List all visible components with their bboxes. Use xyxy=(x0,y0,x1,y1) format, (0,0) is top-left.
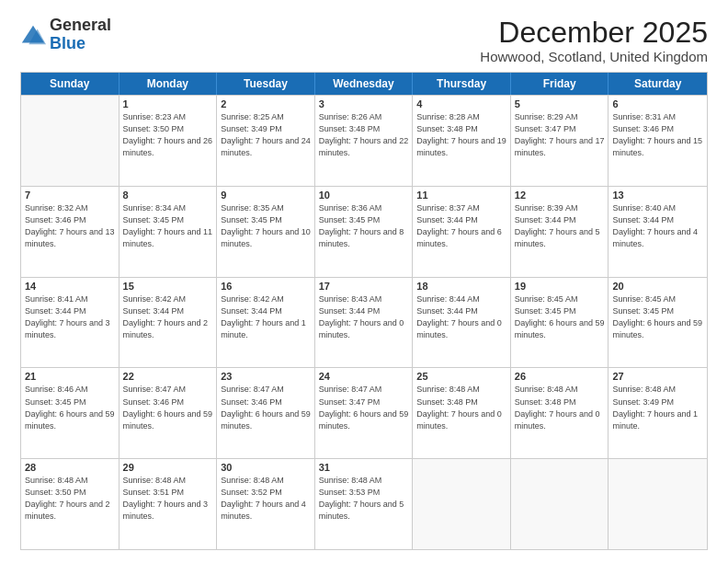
calendar-week-1: 1Sunrise: 8:23 AMSunset: 3:50 PMDaylight… xyxy=(21,95,707,186)
page: General Blue December 2025 Howwood, Scot… xyxy=(0,0,728,563)
day-number: 16 xyxy=(221,281,311,292)
calendar-cell: 12Sunrise: 8:39 AMSunset: 3:44 PMDayligh… xyxy=(511,187,609,277)
calendar-cell: 21Sunrise: 8:46 AMSunset: 3:45 PMDayligh… xyxy=(21,368,119,458)
day-info: Sunrise: 8:36 AMSunset: 3:45 PMDaylight:… xyxy=(319,202,409,250)
day-number: 21 xyxy=(25,371,115,382)
day-number: 11 xyxy=(416,190,506,201)
calendar-header-cell: Sunday xyxy=(21,73,119,95)
calendar-header-cell: Friday xyxy=(511,73,609,95)
day-number: 22 xyxy=(123,371,213,382)
calendar-week-3: 14Sunrise: 8:41 AMSunset: 3:44 PMDayligh… xyxy=(21,277,707,368)
day-info: Sunrise: 8:42 AMSunset: 3:44 PMDaylight:… xyxy=(221,293,311,341)
day-info: Sunrise: 8:31 AMSunset: 3:46 PMDaylight:… xyxy=(612,111,703,159)
day-info: Sunrise: 8:44 AMSunset: 3:44 PMDaylight:… xyxy=(416,293,506,341)
day-info: Sunrise: 8:40 AMSunset: 3:44 PMDaylight:… xyxy=(612,202,703,250)
calendar-cell: 19Sunrise: 8:45 AMSunset: 3:45 PMDayligh… xyxy=(511,278,609,368)
calendar-cell: 22Sunrise: 8:47 AMSunset: 3:46 PMDayligh… xyxy=(119,368,218,458)
day-info: Sunrise: 8:46 AMSunset: 3:45 PMDaylight:… xyxy=(25,384,115,431)
day-number: 2 xyxy=(221,98,311,109)
day-info: Sunrise: 8:35 AMSunset: 3:45 PMDaylight:… xyxy=(221,202,311,250)
calendar-cell: 7Sunrise: 8:32 AMSunset: 3:46 PMDaylight… xyxy=(21,187,119,277)
calendar-cell: 9Sunrise: 8:35 AMSunset: 3:45 PMDaylight… xyxy=(217,187,315,277)
day-info: Sunrise: 8:37 AMSunset: 3:44 PMDaylight:… xyxy=(416,202,506,250)
day-info: Sunrise: 8:32 AMSunset: 3:46 PMDaylight:… xyxy=(25,202,115,250)
calendar-cell: 29Sunrise: 8:48 AMSunset: 3:51 PMDayligh… xyxy=(119,459,218,549)
calendar-header-cell: Monday xyxy=(119,73,218,95)
day-info: Sunrise: 8:23 AMSunset: 3:50 PMDaylight:… xyxy=(123,111,213,159)
day-info: Sunrise: 8:48 AMSunset: 3:48 PMDaylight:… xyxy=(515,384,605,431)
calendar-cell: 13Sunrise: 8:40 AMSunset: 3:44 PMDayligh… xyxy=(609,187,707,277)
calendar-cell: 3Sunrise: 8:26 AMSunset: 3:48 PMDaylight… xyxy=(315,96,414,186)
calendar-cell xyxy=(413,459,511,549)
calendar-cell: 6Sunrise: 8:31 AMSunset: 3:46 PMDaylight… xyxy=(609,96,707,186)
day-info: Sunrise: 8:48 AMSunset: 3:53 PMDaylight:… xyxy=(319,475,409,523)
day-info: Sunrise: 8:48 AMSunset: 3:51 PMDaylight:… xyxy=(123,475,213,523)
logo-blue-text: Blue xyxy=(50,34,85,52)
calendar-cell: 25Sunrise: 8:48 AMSunset: 3:48 PMDayligh… xyxy=(413,368,511,458)
day-number: 27 xyxy=(612,371,703,382)
logo-general-text: General xyxy=(50,16,111,34)
day-info: Sunrise: 8:43 AMSunset: 3:44 PMDaylight:… xyxy=(319,293,409,341)
calendar-header-cell: Tuesday xyxy=(217,73,315,95)
day-info: Sunrise: 8:41 AMSunset: 3:44 PMDaylight:… xyxy=(25,293,115,341)
day-number: 5 xyxy=(515,98,605,109)
day-info: Sunrise: 8:39 AMSunset: 3:44 PMDaylight:… xyxy=(515,202,605,250)
calendar-cell: 10Sunrise: 8:36 AMSunset: 3:45 PMDayligh… xyxy=(315,187,414,277)
day-info: Sunrise: 8:48 AMSunset: 3:52 PMDaylight:… xyxy=(221,475,311,523)
day-info: Sunrise: 8:42 AMSunset: 3:44 PMDaylight:… xyxy=(123,293,213,341)
day-number: 3 xyxy=(319,98,409,109)
day-number: 17 xyxy=(319,281,409,292)
subtitle: Howwood, Scotland, United Kingdom xyxy=(480,49,708,64)
day-number: 19 xyxy=(515,281,605,292)
day-number: 13 xyxy=(612,190,703,201)
calendar-cell: 8Sunrise: 8:34 AMSunset: 3:45 PMDaylight… xyxy=(119,187,218,277)
day-number: 25 xyxy=(416,371,506,382)
calendar-cell: 16Sunrise: 8:42 AMSunset: 3:44 PMDayligh… xyxy=(217,278,315,368)
day-number: 14 xyxy=(25,281,115,292)
title-block: December 2025 Howwood, Scotland, United … xyxy=(480,17,708,64)
day-number: 12 xyxy=(515,190,605,201)
calendar-body: 1Sunrise: 8:23 AMSunset: 3:50 PMDaylight… xyxy=(21,95,707,549)
day-info: Sunrise: 8:48 AMSunset: 3:48 PMDaylight:… xyxy=(416,384,506,431)
day-info: Sunrise: 8:48 AMSunset: 3:50 PMDaylight:… xyxy=(25,475,115,523)
day-number: 31 xyxy=(319,462,409,473)
day-number: 23 xyxy=(221,371,311,382)
calendar-header-row: SundayMondayTuesdayWednesdayThursdayFrid… xyxy=(21,73,707,95)
calendar-week-2: 7Sunrise: 8:32 AMSunset: 3:46 PMDaylight… xyxy=(21,186,707,277)
calendar: SundayMondayTuesdayWednesdayThursdayFrid… xyxy=(20,72,708,550)
calendar-week-4: 21Sunrise: 8:46 AMSunset: 3:45 PMDayligh… xyxy=(21,367,707,458)
calendar-header-cell: Saturday xyxy=(609,73,707,95)
day-number: 4 xyxy=(416,98,506,109)
calendar-cell: 14Sunrise: 8:41 AMSunset: 3:44 PMDayligh… xyxy=(21,278,119,368)
day-number: 7 xyxy=(25,190,115,201)
day-number: 18 xyxy=(416,281,506,292)
calendar-cell xyxy=(21,96,119,186)
main-title: December 2025 xyxy=(480,17,708,49)
day-number: 20 xyxy=(612,281,703,292)
day-number: 29 xyxy=(123,462,213,473)
calendar-cell: 24Sunrise: 8:47 AMSunset: 3:47 PMDayligh… xyxy=(315,368,414,458)
calendar-cell: 15Sunrise: 8:42 AMSunset: 3:44 PMDayligh… xyxy=(119,278,218,368)
calendar-cell: 4Sunrise: 8:28 AMSunset: 3:48 PMDaylight… xyxy=(413,96,511,186)
day-info: Sunrise: 8:45 AMSunset: 3:45 PMDaylight:… xyxy=(515,293,605,341)
calendar-cell: 20Sunrise: 8:45 AMSunset: 3:45 PMDayligh… xyxy=(609,278,707,368)
logo-icon xyxy=(20,22,46,48)
logo-text: General Blue xyxy=(50,17,111,53)
day-number: 6 xyxy=(612,98,703,109)
day-info: Sunrise: 8:48 AMSunset: 3:49 PMDaylight:… xyxy=(612,384,703,431)
calendar-cell: 11Sunrise: 8:37 AMSunset: 3:44 PMDayligh… xyxy=(413,187,511,277)
day-number: 15 xyxy=(123,281,213,292)
day-info: Sunrise: 8:25 AMSunset: 3:49 PMDaylight:… xyxy=(221,111,311,159)
day-info: Sunrise: 8:28 AMSunset: 3:48 PMDaylight:… xyxy=(416,111,506,159)
day-info: Sunrise: 8:47 AMSunset: 3:47 PMDaylight:… xyxy=(319,384,409,431)
calendar-cell: 18Sunrise: 8:44 AMSunset: 3:44 PMDayligh… xyxy=(413,278,511,368)
calendar-header-cell: Thursday xyxy=(413,73,511,95)
calendar-cell: 28Sunrise: 8:48 AMSunset: 3:50 PMDayligh… xyxy=(21,459,119,549)
day-number: 28 xyxy=(25,462,115,473)
day-number: 8 xyxy=(123,190,213,201)
calendar-cell: 17Sunrise: 8:43 AMSunset: 3:44 PMDayligh… xyxy=(315,278,414,368)
calendar-cell: 27Sunrise: 8:48 AMSunset: 3:49 PMDayligh… xyxy=(609,368,707,458)
header: General Blue December 2025 Howwood, Scot… xyxy=(20,17,708,64)
calendar-cell: 26Sunrise: 8:48 AMSunset: 3:48 PMDayligh… xyxy=(511,368,609,458)
day-number: 9 xyxy=(221,190,311,201)
